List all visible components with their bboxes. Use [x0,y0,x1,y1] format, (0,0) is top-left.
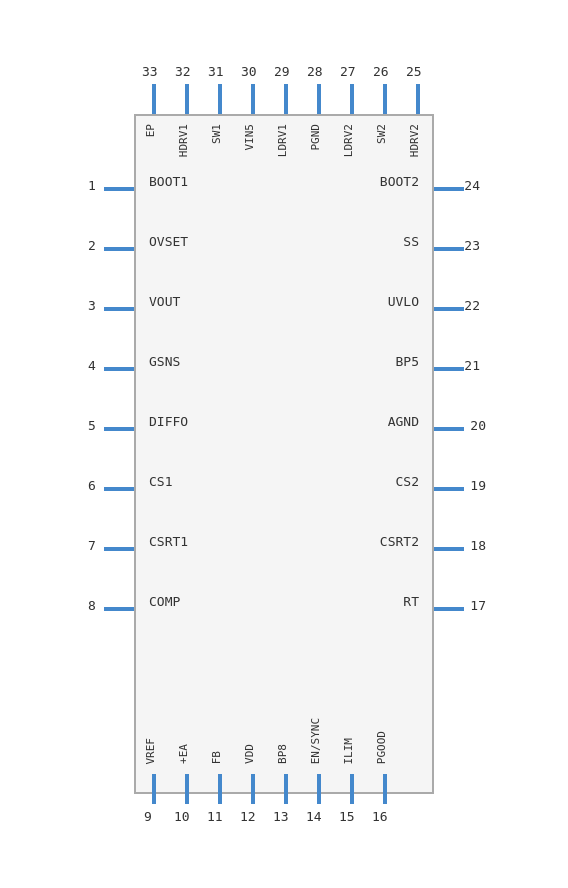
pin-15-num: 15 [339,809,355,824]
pin-2-num: 2 [88,238,96,253]
pin-29-line [284,84,288,114]
pin-11-line [218,774,222,804]
pin-24-line [434,187,464,191]
pin-8-line [104,607,134,611]
pin-5-label: DIFFO [149,414,188,429]
pin-6-line [104,487,134,491]
pin-21-line [434,367,464,371]
pin-12-num: 12 [240,809,256,824]
pin-16-label: PGOOD [375,731,388,764]
pin-11-num: 11 [207,809,223,824]
pin-13-num: 13 [273,809,289,824]
pin-7-line [104,547,134,551]
pin-8-label: COMP [149,594,180,609]
pin-24-label: BOOT2 [380,174,419,189]
pin-22-line [434,307,464,311]
pin-21-num: 21 [464,358,480,373]
pin-30-line [251,84,255,114]
pin-29-num: 29 [274,64,290,79]
pin-14-label: EN/SYNC [309,718,322,764]
pin-33-line [152,84,156,114]
pin-6-label: CS1 [149,474,172,489]
pin-15-line [350,774,354,804]
pin-28-line [317,84,321,114]
ic-body [134,114,434,794]
pin-21-label: BP5 [396,354,419,369]
pin-11-label: FB [210,751,223,764]
pin-13-line [284,774,288,804]
pin-9-label: VREF [144,738,157,765]
pin-9-line [152,774,156,804]
pin-23-num: 23 [464,238,480,253]
pin-1-num: 1 [88,178,96,193]
pin-16-num: 16 [372,809,388,824]
pin-17-num: 17 [470,598,486,613]
pin-32-label: HDRV1 [177,124,190,157]
pin-31-num: 31 [208,64,224,79]
pin-6-num: 6 [88,478,96,493]
pin-33-label: EP [144,124,157,137]
pin-7-label: CSRT1 [149,534,188,549]
pin-22-label: UVLO [388,294,419,309]
pin-17-label: RT [403,594,419,609]
pin-25-label: HDRV2 [408,124,421,157]
pin-22-num: 22 [464,298,480,313]
pin-32-line [185,84,189,114]
pin-3-label: VOUT [149,294,180,309]
pin-12-label: VDD [243,744,256,764]
pin-4-label: GSNS [149,354,180,369]
pin-10-line [185,774,189,804]
pin-25-num: 25 [406,64,422,79]
pin-29-label: LDRV1 [276,124,289,157]
pin-3-line [104,307,134,311]
pin-28-num: 28 [307,64,323,79]
pin-30-num: 30 [241,64,257,79]
pin-18-line [434,547,464,551]
pin-27-line [350,84,354,114]
pin-7-num: 7 [88,538,96,553]
pin-10-label: +EA [177,744,190,764]
pin-31-label: SW1 [210,124,223,144]
pin-2-line [104,247,134,251]
pin-30-label: VIN5 [243,124,256,151]
pin-19-line [434,487,464,491]
pin-14-num: 14 [306,809,322,824]
pin-20-line [434,427,464,431]
pin-26-label: SW2 [375,124,388,144]
pin-16-line [383,774,387,804]
pin-23-label: SS [403,234,419,249]
pin-8-num: 8 [88,598,96,613]
pin-1-line [104,187,134,191]
pin-26-num: 26 [373,64,389,79]
pin-27-num: 27 [340,64,356,79]
pin-25-line [416,84,420,114]
pin-33-num: 33 [142,64,158,79]
pin-24-num: 24 [464,178,480,193]
pin-32-num: 32 [175,64,191,79]
pin-1-label: BOOT1 [149,174,188,189]
pin-23-line [434,247,464,251]
pin-26-line [383,84,387,114]
pin-20-label: AGND [388,414,419,429]
pin-14-line [317,774,321,804]
pin-10-num: 10 [174,809,190,824]
pin-19-num: 19 [470,478,486,493]
chip-container: 33 EP 32 HDRV1 31 SW1 30 VIN5 29 LDRV1 2… [74,34,494,854]
pin-31-line [218,84,222,114]
pin-27-label: LDRV2 [342,124,355,157]
pin-3-num: 3 [88,298,96,313]
pin-4-num: 4 [88,358,96,373]
pin-2-label: OVSET [149,234,188,249]
pin-28-label: PGND [309,124,322,151]
pin-5-line [104,427,134,431]
pin-5-num: 5 [88,418,96,433]
pin-9-num: 9 [144,809,152,824]
pin-20-num: 20 [470,418,486,433]
pin-17-line [434,607,464,611]
pin-13-label: BP8 [276,744,289,764]
pin-18-label: CSRT2 [380,534,419,549]
pin-15-label: ILIM [342,738,355,765]
pin-19-label: CS2 [396,474,419,489]
pin-12-line [251,774,255,804]
pin-4-line [104,367,134,371]
